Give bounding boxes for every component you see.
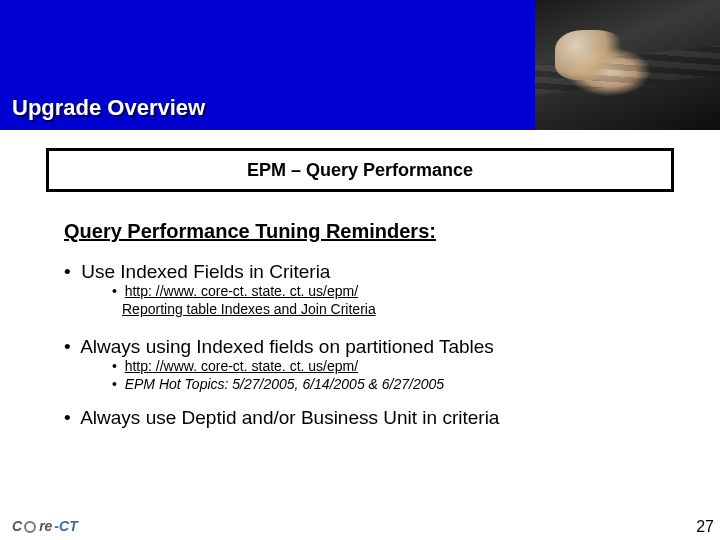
- sub-bullet-item: EPM Hot Topics: 5/27/2005, 6/14/2005 & 6…: [112, 376, 674, 394]
- bullet-item: Use Indexed Fields in Criteria http: //w…: [64, 261, 674, 318]
- bullet-text: Use Indexed Fields in Criteria: [81, 261, 330, 282]
- bullet-item: Always using Indexed fields on partition…: [64, 336, 674, 393]
- sub-bullet-list: http: //www. core-ct. state. ct. us/epm/…: [112, 283, 674, 318]
- bullet-item: Always use Deptid and/or Business Unit i…: [64, 407, 674, 429]
- sub-bullet-link[interactable]: http: //www. core-ct. state. ct. us/epm/: [125, 358, 358, 374]
- footer-logo: Cre-CT: [12, 518, 78, 534]
- bullet-text: Always using Indexed fields on partition…: [80, 336, 494, 357]
- sub-bullet-link[interactable]: http: //www. core-ct. state. ct. us/epm/: [125, 283, 358, 299]
- footer-logo-mid: re: [39, 518, 52, 534]
- content-subheading: Query Performance Tuning Reminders:: [64, 220, 656, 243]
- slide-title: Upgrade Overview: [12, 95, 205, 121]
- sub-bullet-continuation: Reporting table Indexes and Join Criteri…: [122, 301, 674, 319]
- footer-logo-ring-icon: [24, 521, 36, 533]
- footer-logo-prefix: C: [12, 518, 22, 534]
- footer-logo-suffix: -CT: [54, 518, 77, 534]
- sub-bullet-text: EPM Hot Topics: 5/27/2005, 6/14/2005 & 6…: [125, 376, 444, 392]
- bullet-list: Use Indexed Fields in Criteria http: //w…: [64, 261, 674, 429]
- page-number: 27: [696, 518, 714, 536]
- header-photo: [535, 0, 720, 130]
- section-bar: EPM – Query Performance: [46, 148, 674, 192]
- sub-bullet-item: http: //www. core-ct. state. ct. us/epm/: [112, 358, 674, 376]
- section-bar-label: EPM – Query Performance: [247, 160, 473, 181]
- sub-bullet-item: http: //www. core-ct. state. ct. us/epm/…: [112, 283, 674, 318]
- content-panel: Query Performance Tuning Reminders: Use …: [46, 194, 674, 500]
- bullet-text: Always use Deptid and/or Business Unit i…: [80, 407, 499, 428]
- sub-bullet-list: http: //www. core-ct. state. ct. us/epm/…: [112, 358, 674, 393]
